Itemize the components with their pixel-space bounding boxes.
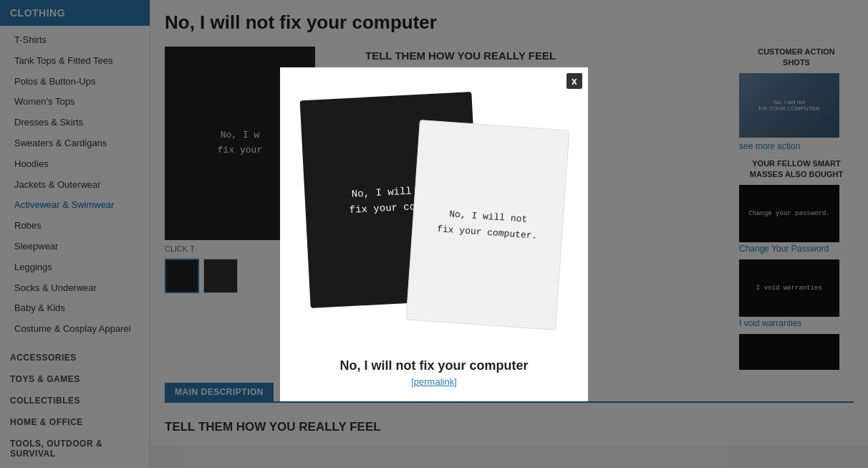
modal-shirt-white-text: No, I will notfix your computer.	[429, 198, 547, 252]
modal-shirts: No, I will nofix your compu No, I will n…	[298, 82, 570, 354]
modal-title: No, I will not fix your computer	[339, 358, 528, 373]
modal-permalink[interactable]: [permalink]	[411, 376, 457, 387]
modal-overlay[interactable]: x No, I will nofix your compu No, I will…	[0, 0, 868, 468]
modal: x No, I will nofix your compu No, I will…	[280, 67, 588, 401]
page-layout: CLOTHING T-Shirts Tank Tops & Fitted Tee…	[0, 0, 868, 468]
modal-shirt-white: No, I will notfix your computer.	[405, 120, 569, 330]
